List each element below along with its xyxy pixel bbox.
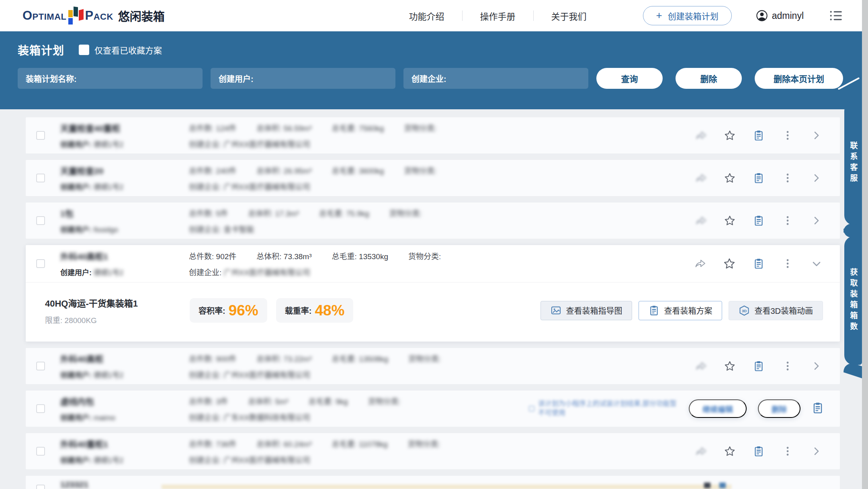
plan-row[interactable]: 123321	[26, 476, 840, 489]
view-3d-animation-button[interactable]: 查看3D装箱动画	[729, 301, 823, 320]
share-icon[interactable]	[695, 172, 706, 184]
view-packing-plan-button[interactable]: 查看装箱方案	[639, 301, 722, 320]
clipboard-icon[interactable]	[753, 258, 764, 269]
app-logo[interactable]: Optimal Pack 悠闲装箱	[23, 6, 165, 26]
weight-limit-value: 28000KG	[65, 316, 97, 325]
creator-value: fissidgo	[94, 226, 118, 234]
plan-creator: 创建用户: 德顺1号2	[60, 139, 163, 149]
nav-item-manual[interactable]: 操作手册	[463, 9, 533, 22]
plan-row-miniprogram[interactable]: 虚线内包 创建用户: maimo 总件数: 3件 总体积: 5m³ 总毛重: 9…	[26, 391, 840, 427]
plan-title: 外科40高柜1	[60, 250, 163, 262]
more-options-icon[interactable]	[782, 446, 793, 457]
search-button[interactable]: 查询	[596, 68, 663, 89]
favorite-star-icon[interactable]	[724, 172, 735, 184]
favorite-star-icon[interactable]	[723, 258, 735, 270]
row-checkbox[interactable]	[36, 447, 45, 456]
row-actions	[695, 360, 822, 372]
company-input[interactable]: 创建企业:	[403, 68, 588, 89]
cube-3d-icon	[739, 305, 750, 316]
company-label: 创建企业:	[189, 413, 221, 422]
creator-value: maimo	[94, 414, 115, 422]
delete-plan-button[interactable]: 删除	[758, 399, 800, 418]
main-nav: 功能介绍 操作手册 关于我们	[391, 9, 604, 22]
clipboard-icon[interactable]	[753, 360, 764, 372]
clipboard-icon[interactable]	[812, 402, 824, 415]
row-checkbox[interactable]	[36, 174, 45, 182]
more-options-icon[interactable]	[782, 172, 793, 184]
favorite-star-icon[interactable]	[724, 446, 735, 457]
row-checkbox[interactable]	[36, 485, 45, 489]
plan-title-block: 虚线内包 创建用户: maimo	[60, 395, 163, 422]
total-volume-value: 73.38m³	[284, 252, 312, 261]
company-label: 创建企业:	[189, 225, 221, 234]
more-options-icon[interactable]	[782, 360, 793, 372]
chevron-right-icon[interactable]	[811, 446, 822, 457]
share-icon[interactable]	[695, 360, 706, 372]
total-volume-label: 总体积:	[256, 252, 281, 261]
view-guide-image-button[interactable]: 查看装箱指导图	[540, 301, 632, 320]
total-volume-label: 总体积:	[248, 209, 273, 218]
favorites-filter[interactable]: 仅查看已收藏方案	[79, 44, 162, 56]
plan-row[interactable]: 外科40重柜1 创建用户: 德顺1号2 总件数: 736件 总体积: 60.24…	[26, 433, 840, 469]
load-ratio-value: 48%	[315, 303, 344, 318]
total-weight-value: 11078kg	[359, 440, 388, 448]
favorite-star-icon[interactable]	[724, 360, 735, 372]
chevron-right-icon[interactable]	[811, 360, 822, 372]
continue-edit-button[interactable]: 继续编辑	[689, 399, 747, 418]
total-weight-value: 3600kg	[359, 167, 384, 175]
more-options-icon[interactable]	[782, 215, 793, 226]
chevron-right-icon[interactable]	[811, 172, 822, 184]
plan-name-input[interactable]: 装箱计划名称:	[18, 68, 203, 89]
plan-row-expanded[interactable]: 外科40高柜1 创建用户: 德顺1号2 总件数: 902件 总体积: 73.38…	[26, 245, 840, 342]
row-special-actions: 该计划为小程序上的试装计划结果,部分功能暂不可使用 继续编辑 删除	[529, 399, 824, 418]
note-checkbox[interactable]	[529, 406, 534, 411]
user-menu[interactable]: adminyl	[756, 10, 804, 22]
share-icon[interactable]	[695, 130, 706, 141]
page-scrollbar[interactable]	[862, 0, 868, 489]
contact-support-tab[interactable]: 联系客服	[844, 101, 862, 225]
more-options-icon[interactable]	[782, 130, 793, 141]
creator-label: 创建用户:	[60, 456, 92, 464]
nav-item-features[interactable]: 功能介绍	[391, 9, 462, 22]
favorite-star-icon[interactable]	[724, 215, 735, 226]
delete-page-button[interactable]: 删除本页计划	[755, 68, 843, 89]
row-checkbox[interactable]	[36, 131, 45, 140]
total-weight-label: 总毛重:	[332, 355, 357, 363]
cargo-category-label: 货物分类:	[408, 440, 440, 448]
company-label: 创建企业:	[189, 268, 221, 277]
clipboard-icon[interactable]	[753, 446, 764, 457]
creator-label: 创建用户:	[60, 226, 92, 234]
get-box-count-tab[interactable]: 获取装箱箱数	[844, 236, 862, 365]
create-plan-button[interactable]: + 创建装箱计划	[643, 6, 732, 25]
plan-name-input-label: 装箱计划名称:	[26, 73, 77, 84]
row-actions	[695, 446, 822, 457]
plan-row[interactable]: 1包 创建用户: fissidgo 总件数: 5件 总体积: 17.3m³ 总毛…	[26, 203, 840, 239]
share-icon[interactable]	[695, 215, 706, 226]
row-checkbox[interactable]	[36, 362, 45, 370]
row-checkbox[interactable]	[36, 404, 45, 413]
share-icon[interactable]	[695, 446, 706, 457]
more-options-icon[interactable]	[782, 258, 793, 269]
delete-button[interactable]: 删除	[676, 68, 742, 89]
plan-row[interactable]: 外科40高柜 创建用户: 德顺1号2 总件数: 900件 总体积: 73.22m…	[26, 348, 840, 384]
load-ratio-label: 载重率:	[285, 305, 312, 316]
favorites-checkbox[interactable]	[79, 45, 89, 55]
plan-row[interactable]: 天童检查20 创建用户: 德顺1号2 总件数: 240件 总体积: 26.95m…	[26, 160, 840, 196]
clipboard-icon[interactable]	[753, 215, 764, 226]
plan-title-block: 天童检查40重柜 创建用户: 德顺1号2	[60, 122, 163, 149]
total-volume-label: 总体积:	[256, 440, 281, 448]
plan-row[interactable]: 天童检查40重柜 创建用户: 德顺1号2 总件数: 124件 总体积: 56.5…	[26, 117, 840, 153]
chevron-down-icon[interactable]	[811, 258, 822, 269]
page-title: 装箱计划	[18, 42, 64, 58]
clipboard-icon[interactable]	[753, 130, 764, 141]
row-checkbox[interactable]	[36, 259, 45, 268]
creator-input[interactable]: 创建用户:	[211, 68, 395, 89]
chevron-right-icon[interactable]	[811, 215, 822, 226]
favorite-star-icon[interactable]	[724, 130, 735, 141]
list-menu-icon[interactable]	[829, 10, 843, 22]
clipboard-icon[interactable]	[753, 172, 764, 184]
row-checkbox[interactable]	[36, 216, 45, 225]
share-icon[interactable]	[694, 258, 706, 269]
chevron-right-icon[interactable]	[811, 130, 822, 141]
nav-item-about[interactable]: 关于我们	[534, 9, 604, 22]
